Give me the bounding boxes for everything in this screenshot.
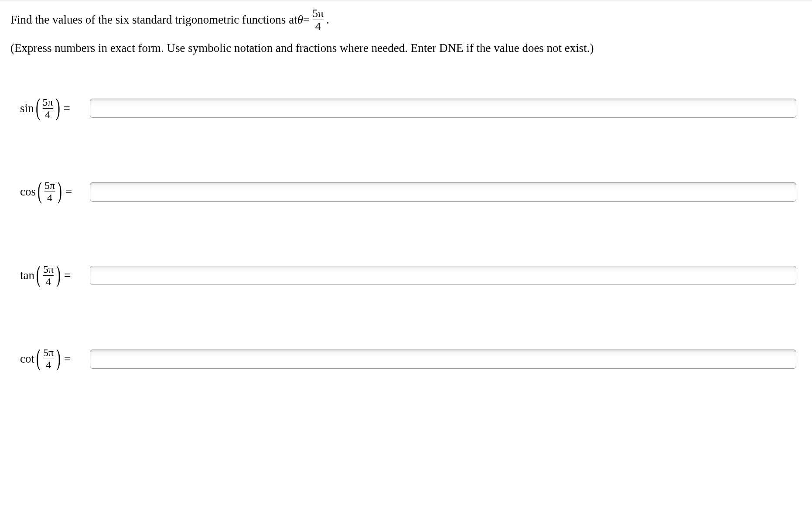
question-container: Find the values of the six standard trig… <box>0 0 812 388</box>
equals-sign: = <box>64 102 70 115</box>
equals-text: = <box>303 10 310 29</box>
arg-fraction-sin: 5π 4 <box>42 97 54 120</box>
question-prefix: Find the values of the six standard trig… <box>10 10 297 29</box>
close-paren: ) <box>58 182 62 200</box>
open-paren: ( <box>36 349 41 367</box>
arg-fraction-tan: 5π 4 <box>42 264 55 287</box>
theta-fraction: 5π 4 <box>311 7 324 33</box>
open-paren: ( <box>36 98 40 117</box>
close-paren: ) <box>56 98 60 117</box>
instruction-text: (Express numbers in exact form. Use symb… <box>10 39 802 58</box>
open-paren: ( <box>36 265 41 284</box>
answer-row-sin: sin ( 5π 4 ) = <box>20 97 802 120</box>
label-tan: tan ( 5π 4 ) = <box>20 264 90 287</box>
open-paren: ( <box>38 182 42 200</box>
input-cos[interactable] <box>90 182 796 202</box>
arg-fraction-cos: 5π 4 <box>44 180 56 203</box>
theta-numerator: 5π <box>311 7 324 20</box>
label-cos: cos ( 5π 4 ) = <box>20 180 90 203</box>
fn-tan: tan <box>20 269 34 282</box>
theta-denominator: 4 <box>313 20 324 32</box>
label-sin: sin ( 5π 4 ) = <box>20 97 90 120</box>
fn-cos: cos <box>20 185 36 199</box>
question-text: Find the values of the six standard trig… <box>10 7 802 33</box>
close-paren: ) <box>56 349 61 367</box>
answer-row-cot: cot ( 5π 4 ) = <box>20 347 802 370</box>
input-sin[interactable] <box>90 99 796 118</box>
arg-fraction-cot: 5π 4 <box>42 347 55 370</box>
answer-row-tan: tan ( 5π 4 ) = <box>20 264 802 287</box>
answer-row-cos: cos ( 5π 4 ) = <box>20 180 802 203</box>
fn-cot: cot <box>20 352 34 366</box>
equals-sign: = <box>64 352 71 366</box>
equals-sign: = <box>64 269 71 282</box>
theta-symbol: θ <box>297 10 303 29</box>
close-paren: ) <box>56 265 61 284</box>
answer-list: sin ( 5π 4 ) = cos ( 5π 4 ) = <box>10 97 802 371</box>
input-tan[interactable] <box>90 266 796 285</box>
input-cot[interactable] <box>90 350 796 369</box>
equals-sign: = <box>65 185 72 199</box>
label-cot: cot ( 5π 4 ) = <box>20 347 90 370</box>
question-suffix: . <box>326 10 329 29</box>
fn-sin: sin <box>20 102 34 115</box>
